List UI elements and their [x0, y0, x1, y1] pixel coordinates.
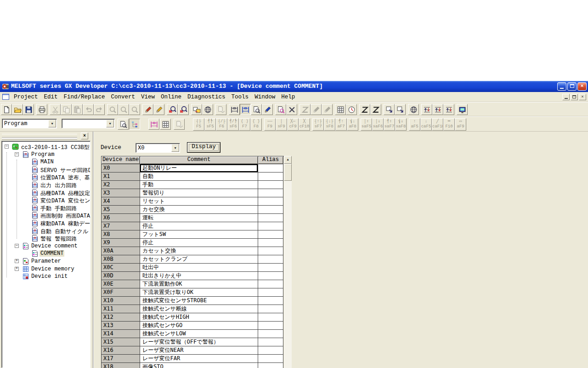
- menu-tools[interactable]: Tools: [231, 93, 250, 101]
- comment-cell[interactable]: 停止: [140, 222, 258, 230]
- toolbar-button-device-label-display[interactable]: [148, 119, 159, 130]
- child-close-icon[interactable]: ×: [579, 94, 586, 100]
- comment-cell[interactable]: カセットクランプ: [140, 255, 258, 264]
- chevron-down-icon[interactable]: ▼: [48, 120, 56, 127]
- device-name-cell[interactable]: X0C: [102, 264, 140, 272]
- toolbar-button-sampling-trace[interactable]: [346, 104, 357, 115]
- menu-help[interactable]: Help: [280, 93, 296, 101]
- alias-cell[interactable]: [258, 189, 283, 197]
- device-name-cell[interactable]: X0B: [102, 255, 140, 264]
- comment-cell[interactable]: 警報切り: [140, 189, 258, 197]
- toolbar-button-project-verify[interactable]: [202, 104, 213, 115]
- tree-item-0[interactable]: −cc3-2010-11-13 CC3B型ワイヤ: [2, 143, 90, 150]
- minimize-button[interactable]: [557, 82, 566, 91]
- alias-cell[interactable]: [258, 355, 283, 363]
- tree-item-12[interactable]: 警報 警報回路: [2, 235, 90, 242]
- toolbar-button-delete-line[interactable]: [432, 104, 443, 115]
- alias-cell[interactable]: [258, 363, 283, 368]
- tree-item-6[interactable]: 品種DATA 品種設定D: [2, 189, 90, 196]
- display-button[interactable]: Display: [187, 142, 220, 153]
- device-name-cell[interactable]: X12: [102, 313, 140, 322]
- close-button[interactable]: ×: [577, 82, 587, 91]
- tree-item-7[interactable]: 変位DATA 変位センサ: [2, 196, 90, 204]
- comment-cell[interactable]: 起動ONリレー: [140, 164, 258, 172]
- scroll-up-icon[interactable]: ▲: [284, 156, 292, 164]
- device-name-cell[interactable]: X6: [102, 214, 140, 222]
- alias-cell[interactable]: [258, 239, 283, 247]
- tree-item-14[interactable]: COMMENT: [2, 250, 90, 257]
- alias-cell[interactable]: [258, 172, 283, 181]
- toolbar-button-save-project[interactable]: [23, 104, 34, 115]
- device-name-cell[interactable]: X9: [102, 239, 140, 247]
- device-name-cell[interactable]: X5: [102, 206, 140, 214]
- tree-item-15[interactable]: +Parameter: [2, 258, 90, 265]
- toolbar-button-new-project[interactable]: [1, 104, 12, 115]
- tree-item-8[interactable]: 手動 手動回路: [2, 204, 90, 212]
- tree-item-9[interactable]: 画面制御 画面DATAデ: [2, 212, 90, 219]
- toolbar-button-write-to-plc[interactable]: [142, 104, 153, 115]
- collapse-icon[interactable]: −: [15, 152, 19, 156]
- tree-item-3[interactable]: SERVO サーボ回路DA: [2, 166, 90, 173]
- alias-cell[interactable]: [258, 247, 283, 255]
- alias-cell[interactable]: [258, 222, 283, 230]
- device-name-cell[interactable]: X3: [102, 189, 140, 197]
- device-name-cell[interactable]: X0: [102, 164, 140, 172]
- toolbar-button-window-transfer[interactable]: [191, 104, 202, 115]
- toolbar-button-comment-edit[interactable]: [118, 119, 129, 130]
- comment-cell[interactable]: 接触式変位センサSTROBE: [140, 297, 258, 305]
- expand-icon[interactable]: +: [15, 267, 19, 271]
- menu-project[interactable]: Project: [13, 93, 39, 101]
- toolbar-button-write-mode[interactable]: [262, 104, 273, 115]
- menu-window[interactable]: Window: [254, 93, 276, 101]
- menu-findreplace[interactable]: Find/Replace: [63, 93, 106, 101]
- device-name-cell[interactable]: X0E: [102, 280, 140, 288]
- device-name-cell[interactable]: X4: [102, 197, 140, 206]
- comment-cell[interactable]: 下流装置動作OK: [140, 280, 258, 288]
- tree-item-11[interactable]: 自動 自動サイクル: [2, 227, 90, 235]
- toolbar-button-network-monitor[interactable]: [408, 104, 419, 115]
- device-name-cell[interactable]: X8: [102, 230, 140, 239]
- comment-cell[interactable]: レーザ変位FAR: [140, 355, 258, 363]
- toolbar-button-open-project[interactable]: [12, 104, 23, 115]
- restore-button[interactable]: [567, 82, 577, 91]
- alias-cell[interactable]: [258, 230, 283, 239]
- toolbar-button-insert-line[interactable]: [421, 104, 432, 115]
- tree-item-16[interactable]: +Device memory: [2, 265, 90, 273]
- device-name-cell[interactable]: X17: [102, 355, 140, 363]
- child-window-icon[interactable]: [2, 94, 9, 100]
- toolbar-button-window-tile-1[interactable]: [384, 104, 395, 115]
- comment-cell[interactable]: 自動: [140, 172, 258, 181]
- toolbar-button-print[interactable]: [36, 104, 47, 115]
- device-name-cell[interactable]: X2: [102, 181, 140, 189]
- comment-cell[interactable]: 接触式センサGO: [140, 322, 258, 330]
- data-name-combobox[interactable]: ▼: [62, 119, 115, 128]
- comment-cell[interactable]: 下流装置受け取りOK: [140, 288, 258, 297]
- comment-cell[interactable]: 接触式センサHIGH: [140, 313, 258, 322]
- alias-cell[interactable]: [258, 288, 283, 297]
- comment-cell[interactable]: 接触式センサLOW: [140, 330, 258, 338]
- comment-cell[interactable]: 吐出中: [140, 264, 258, 272]
- toolbar-button-insert-rung[interactable]: [443, 104, 454, 115]
- comment-cell[interactable]: 停止: [140, 239, 258, 247]
- alias-cell[interactable]: [258, 164, 283, 172]
- alias-cell[interactable]: [258, 264, 283, 272]
- comment-cell[interactable]: レーザ変位NEAR: [140, 346, 258, 355]
- device-name-cell[interactable]: X13: [102, 322, 140, 330]
- toolbar-button-ladder-mode[interactable]: [240, 104, 251, 115]
- device-name-cell[interactable]: X1: [102, 172, 140, 181]
- toolbar-button-project-data-list[interactable]: [129, 119, 140, 130]
- toolbar-gripper[interactable]: [2, 134, 77, 138]
- alias-cell[interactable]: [258, 346, 283, 355]
- device-name-cell[interactable]: X0F: [102, 288, 140, 297]
- data-type-combobox[interactable]: Program ▼: [2, 119, 57, 128]
- tree-item-4[interactable]: 位置DATA 塗布、基板: [2, 173, 90, 181]
- device-name-cell[interactable]: X15: [102, 338, 140, 346]
- toolbar-button-read-mode[interactable]: [251, 104, 262, 115]
- toolbar-button-parameter-display[interactable]: [229, 104, 240, 115]
- toolbar-button-find-string[interactable]: [167, 104, 178, 115]
- expand-icon[interactable]: +: [15, 259, 19, 263]
- device-name-cell[interactable]: X10: [102, 297, 140, 305]
- child-minimize-button[interactable]: [562, 94, 570, 100]
- alias-cell[interactable]: [258, 330, 283, 338]
- alias-cell[interactable]: [258, 272, 283, 280]
